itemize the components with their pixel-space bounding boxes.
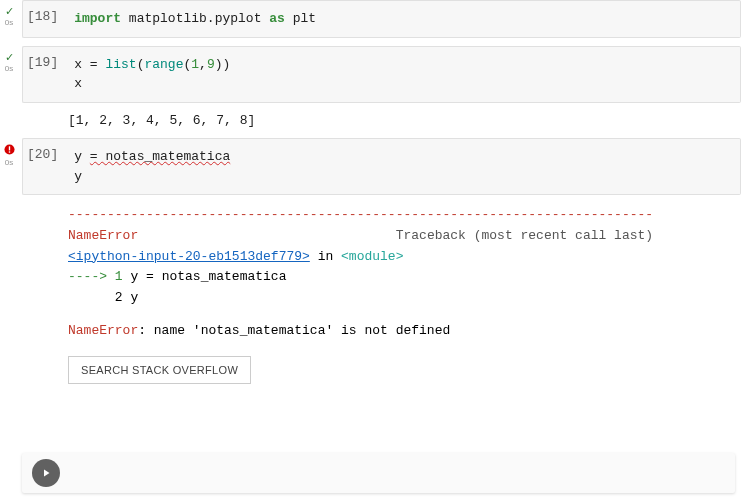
cell-body[interactable]: [19] x = list(range(1,9)) x <box>22 46 741 103</box>
keyword-as: as <box>269 11 285 26</box>
cell-prompt: [20] <box>22 138 64 195</box>
fn-range: range <box>144 57 183 72</box>
frame-in: in <box>310 249 341 264</box>
keyword-import: import <box>74 11 121 26</box>
svg-rect-2 <box>8 151 9 152</box>
code-cell: 0s [20] y = notas_matematica y ---------… <box>0 138 741 384</box>
cell-prompt: [18] <box>22 0 64 38</box>
err-separator: ----------------------------------------… <box>68 205 741 226</box>
err-spacer <box>138 228 395 243</box>
check-icon: ✓ <box>0 52 18 63</box>
run-button[interactable] <box>32 459 60 487</box>
play-icon <box>40 467 52 479</box>
cell-body[interactable]: [18] import matplotlib.pyplot as plt <box>22 0 741 38</box>
arrow-code: y = notas_matematica <box>130 269 286 284</box>
search-stackoverflow-button[interactable]: SEARCH STACK OVERFLOW <box>68 356 251 384</box>
code-cell: ✓ 0s [19] x = list(range(1,9)) x [1, 2, … <box>0 46 741 131</box>
cell-gutter: ✓ 0s <box>0 6 18 27</box>
err-frame: <ipython-input-20-eb1513def779> in <modu… <box>68 247 741 268</box>
err-final-msg: : name 'notas_matematica' is not defined <box>138 323 450 338</box>
code-editor[interactable]: x = list(range(1,9)) x <box>64 46 741 103</box>
check-icon: ✓ <box>0 6 18 17</box>
line2: x <box>74 76 82 91</box>
frame-module: <module> <box>341 249 403 264</box>
err-final: NameError: name 'notas_matematica' is no… <box>68 321 741 342</box>
new-cell[interactable] <box>22 453 735 493</box>
args: (1,9)) <box>183 57 230 72</box>
line2: y <box>74 169 82 184</box>
code-editor[interactable]: y = notas_matematica y <box>64 138 741 195</box>
code-cell: ✓ 0s [18] import matplotlib.pyplot as pl… <box>0 0 741 38</box>
var: y <box>74 149 90 164</box>
traceback-label: Traceback (most recent call last) <box>396 228 653 243</box>
err-line2: 2 y <box>68 288 741 309</box>
exec-time: 0s <box>0 18 18 27</box>
svg-rect-1 <box>8 146 9 150</box>
exec-time: 0s <box>0 64 18 73</box>
err-final-name: NameError <box>68 323 138 338</box>
fn-list: list <box>105 57 136 72</box>
frame-link[interactable]: <ipython-input-20-eb1513def779> <box>68 249 310 264</box>
cell-body[interactable]: [20] y = notas_matematica y <box>22 138 741 195</box>
cell-output: [1, 2, 3, 4, 5, 6, 7, 8] <box>68 111 741 131</box>
cell-gutter: ✓ 0s <box>0 52 18 73</box>
error-output: ----------------------------------------… <box>68 205 741 342</box>
alias-name: plt <box>293 11 316 26</box>
error-icon <box>0 144 18 157</box>
new-cell-input[interactable] <box>70 453 735 493</box>
var: x <box>74 57 82 72</box>
exec-time: 0s <box>0 158 18 167</box>
arrow: ----> 1 <box>68 269 130 284</box>
err-name: NameError <box>68 228 138 243</box>
cell-prompt: [19] <box>22 46 64 103</box>
err-header: NameError Traceback (most recent call la… <box>68 226 741 247</box>
err-expr: = notas_matematica <box>90 149 230 164</box>
cell-gutter: 0s <box>0 144 18 167</box>
module-name: matplotlib.pyplot <box>129 11 262 26</box>
eq: = <box>82 57 105 72</box>
code-editor[interactable]: import matplotlib.pyplot as plt <box>64 0 741 38</box>
err-arrow-line: ----> 1 y = notas_matematica <box>68 267 741 288</box>
